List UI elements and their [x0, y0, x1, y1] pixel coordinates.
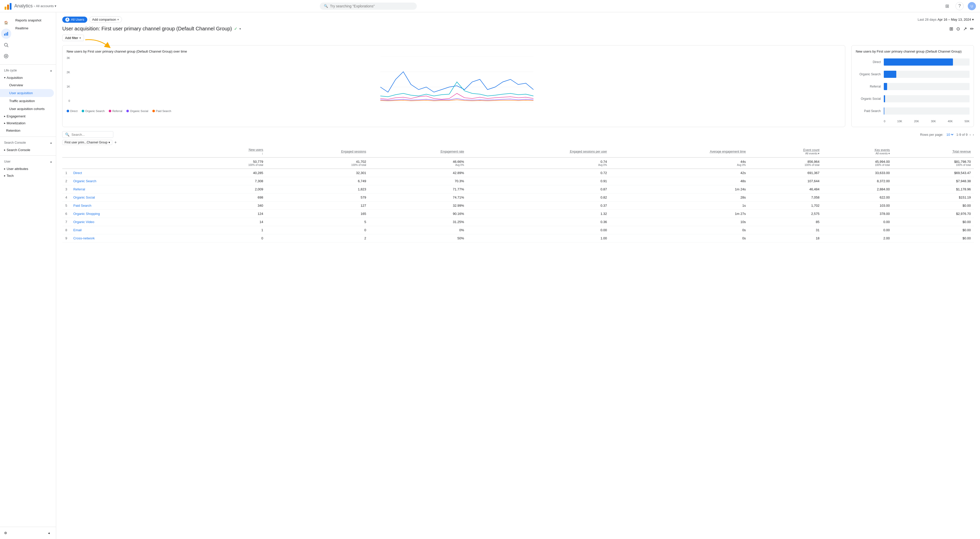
sidebar-item-user-acquisition[interactable]: User acquisition — [0, 89, 54, 97]
row-event-count: 31 — [749, 226, 822, 234]
filter-row: A All Users Add comparison + Last 28 day… — [62, 16, 974, 23]
row-new-users: 40,285 — [197, 169, 266, 177]
chevron-down-icon: ▾ — [972, 17, 974, 21]
prev-page-button[interactable]: ‹ — [969, 133, 970, 137]
svg-line-7 — [7, 46, 8, 47]
all-accounts-breadcrumb[interactable]: All accounts ▾ — [36, 4, 56, 8]
next-page-button[interactable]: › — [973, 133, 974, 137]
row-channel[interactable]: Paid Search — [70, 202, 197, 210]
table-row: 1 Direct 40,285 32,301 42.89% 0.72 42s 6… — [62, 169, 974, 177]
sidebar-item-traffic-acquisition[interactable]: Traffic acquisition — [0, 97, 54, 105]
data-table: New users ↓ Engaged sessions Engagement … — [62, 146, 974, 242]
tech-expand[interactable]: ▸ Tech — [0, 172, 56, 179]
row-channel[interactable]: Organic Shopping — [70, 210, 197, 218]
customize-chart-icon[interactable]: ⊞ — [950, 26, 953, 32]
sidebar-divider-2 — [0, 137, 56, 137]
apps-grid-button[interactable]: ⊞ — [943, 2, 951, 10]
rows-per-page-control: Rows per page: 10 25 50 1-9 of 9 ‹ › — [920, 132, 974, 137]
row-avg-time: 48s — [610, 177, 749, 185]
row-engaged-sessions: 6,749 — [266, 177, 369, 185]
line-chart-legend: Direct Organic Search Referral Organic S… — [67, 110, 841, 113]
row-engaged-sessions: 579 — [266, 194, 369, 202]
row-channel[interactable]: Organic Video — [70, 218, 197, 226]
add-comparison-button[interactable]: Add comparison + — [89, 16, 122, 23]
row-new-users: 124 — [197, 210, 266, 218]
row-new-users: 340 — [197, 202, 266, 210]
svg-rect-4 — [6, 33, 6, 36]
page-title-actions: ⊞ ⊙ ↗ ✏ — [950, 26, 974, 32]
nav-right-actions: ⊞ ? U — [943, 2, 976, 10]
event-count-filter-dropdown[interactable]: All events▾ — [805, 152, 819, 155]
new-users-column-header: New users ↓ — [197, 146, 266, 157]
user-attributes-expand[interactable]: ▸ User attributes — [0, 165, 56, 172]
row-channel[interactable]: Direct — [70, 169, 197, 177]
settings-button[interactable]: ⚙ — [2, 529, 9, 537]
help-button[interactable]: ? — [956, 2, 964, 10]
chevron-up-icon: ▴ — [50, 68, 52, 72]
dimension-chip[interactable]: First user prim...Channel Group ▾ — [62, 140, 112, 145]
engagement-expand[interactable]: ▸ Engagement — [0, 113, 56, 120]
global-search-box[interactable]: 🔍 — [320, 3, 417, 10]
add-filter-button[interactable]: Add filter + — [62, 35, 84, 41]
search-console-expand[interactable]: ▸ Search Console — [0, 146, 56, 153]
advertising-nav-icon[interactable] — [1, 51, 11, 61]
row-engaged-sessions: 5 — [266, 218, 369, 226]
row-engaged-per-user: 1.32 — [467, 210, 610, 218]
reports-nav-icon[interactable] — [1, 29, 11, 39]
total-revenue-column-header: Total revenue — [893, 146, 974, 157]
row-new-users: 2,009 — [197, 185, 266, 194]
app-logo[interactable]: Analytics — [4, 2, 33, 10]
row-engagement-rate: 50% — [369, 234, 467, 242]
monetization-expand[interactable]: ▸ Monetization — [0, 120, 56, 127]
acquisition-expand[interactable]: ▾ Acquisition — [0, 74, 56, 81]
row-channel[interactable]: Organic Social — [70, 194, 197, 202]
row-channel[interactable]: Organic Search — [70, 177, 197, 185]
all-users-chip[interactable]: A All Users — [62, 17, 87, 23]
settings-icon: ⚙ — [4, 531, 7, 535]
edit-icon[interactable]: ✏ — [970, 26, 974, 32]
row-engaged-per-user: 0.00 — [467, 226, 610, 234]
search-console-section-header[interactable]: Search Console ▴ — [0, 139, 56, 146]
table-search-input[interactable] — [72, 133, 110, 137]
date-range-display[interactable]: Last 28 days Apr 16 – May 13, 2024 ▾ — [918, 17, 974, 21]
svg-point-6 — [4, 43, 7, 46]
sidebar-item-reports-snapshot[interactable]: Reports snapshot — [13, 16, 54, 24]
key-events-filter-dropdown[interactable]: All events▾ — [876, 152, 890, 155]
share-icon[interactable]: ↗ — [963, 26, 967, 32]
top-navigation: Analytics › All accounts ▾ 🔍 ⊞ ? U — [0, 0, 980, 12]
row-channel[interactable]: Referral — [70, 185, 197, 194]
app-title: Analytics — [14, 3, 33, 9]
row-revenue: $7,948.38 — [893, 177, 974, 185]
row-event-count: 7,058 — [749, 194, 822, 202]
row-rank: 7 — [62, 218, 70, 226]
user-section-header[interactable]: User ▴ — [0, 158, 56, 165]
sidebar-item-user-acquisition-cohorts[interactable]: User acquisition cohorts — [0, 105, 54, 113]
main-content: A All Users Add comparison + Last 28 day… — [56, 12, 980, 539]
collapse-sidebar-button[interactable]: ◂ — [44, 529, 54, 537]
row-revenue: $69,543.47 — [893, 169, 974, 177]
line-chart-box: New users by First user primary channel … — [62, 45, 845, 127]
search-input[interactable] — [330, 4, 413, 8]
sidebar-item-overview[interactable]: Overview — [0, 81, 54, 89]
row-channel[interactable]: Email — [70, 226, 197, 234]
explore-nav-icon[interactable] — [1, 40, 11, 50]
line-chart-svg: 21 Apr 28 05 May 12 — [73, 56, 841, 102]
row-channel[interactable]: Cross-network — [70, 234, 197, 242]
title-dropdown-caret[interactable]: ▾ — [239, 27, 241, 31]
dimension-row: First user prim...Channel Group ▾ + — [62, 140, 974, 145]
table-row: 2 Organic Search 7,308 6,749 70.3% 0.91 … — [62, 177, 974, 185]
rows-per-page-select[interactable]: 10 25 50 — [945, 132, 954, 137]
add-dimension-button[interactable]: + — [115, 140, 117, 145]
table-row: 4 Organic Social 698 579 74.71% 0.82 28s… — [62, 194, 974, 202]
sidebar-item-retention[interactable]: Retention — [0, 127, 54, 135]
lifecycle-section-header[interactable]: Life cycle ▴ — [0, 67, 56, 74]
user-avatar[interactable]: U — [968, 2, 976, 10]
home-nav-icon[interactable]: 🏠 — [1, 17, 11, 27]
table-header-row: New users ↓ Engaged sessions Engagement … — [62, 146, 974, 157]
plus-icon: + — [117, 17, 119, 21]
bar-direct: Direct — [856, 59, 969, 65]
save-report-icon[interactable]: ⊙ — [956, 26, 960, 32]
row-key-events: 8,372.00 — [822, 177, 893, 185]
table-search[interactable]: 🔍 — [62, 131, 113, 138]
sidebar-item-realtime[interactable]: Realtime — [13, 24, 54, 32]
